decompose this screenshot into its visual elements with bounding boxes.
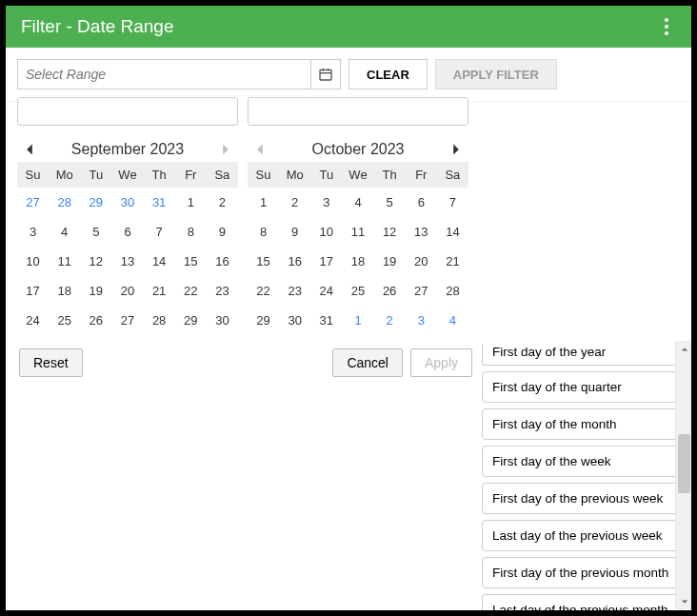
- start-date-input[interactable]: [17, 97, 238, 126]
- day-cell[interactable]: 12: [374, 217, 406, 247]
- clear-button[interactable]: CLEAR: [348, 59, 428, 89]
- day-cell[interactable]: 29: [175, 306, 207, 335]
- day-cell[interactable]: 15: [175, 247, 207, 276]
- day-cell[interactable]: 31: [310, 306, 342, 335]
- day-cell[interactable]: 17: [310, 247, 342, 276]
- cancel-button[interactable]: Cancel: [332, 348, 403, 377]
- scroll-up-icon[interactable]: [676, 341, 691, 357]
- day-cell[interactable]: 23: [207, 276, 238, 306]
- scrollbar[interactable]: [675, 341, 691, 609]
- day-cell[interactable]: 18: [49, 276, 80, 306]
- scroll-thumb[interactable]: [678, 434, 690, 493]
- scroll-down-icon[interactable]: [676, 593, 691, 609]
- preset-item[interactable]: First day of the quarter: [482, 371, 682, 403]
- preset-item[interactable]: Last day of the previous week: [482, 520, 682, 551]
- day-cell[interactable]: 6: [406, 188, 437, 217]
- end-date-input[interactable]: [248, 97, 468, 126]
- day-cell[interactable]: 3: [17, 217, 49, 247]
- weekday-header: Fr: [175, 162, 207, 188]
- day-cell[interactable]: 11: [342, 217, 373, 247]
- day-cell[interactable]: 5: [374, 188, 406, 217]
- preset-item[interactable]: First day of the previous month: [482, 557, 682, 588]
- day-cell[interactable]: 14: [437, 217, 468, 247]
- preset-item[interactable]: First day of the previous week: [482, 483, 682, 514]
- day-cell[interactable]: 16: [207, 247, 238, 276]
- day-cell[interactable]: 29: [80, 188, 111, 217]
- weekday-header: Su: [17, 162, 49, 188]
- calendar-icon-button[interactable]: [310, 59, 341, 89]
- reset-button[interactable]: Reset: [19, 348, 83, 377]
- day-cell[interactable]: 24: [17, 306, 49, 335]
- day-cell[interactable]: 18: [342, 247, 373, 276]
- day-cell[interactable]: 28: [49, 188, 80, 217]
- header: Filter - Date Range: [6, 6, 691, 48]
- day-cell[interactable]: 5: [80, 217, 111, 247]
- day-cell[interactable]: 8: [248, 217, 279, 247]
- day-cell[interactable]: 26: [374, 276, 406, 306]
- apply-filter-button[interactable]: APPLY FILTER: [435, 59, 557, 89]
- day-cell[interactable]: 22: [175, 276, 207, 306]
- date-range-popup: September 2023 SuMoTuWeThFrSa 2728293031…: [17, 97, 474, 377]
- day-cell[interactable]: 13: [406, 217, 437, 247]
- day-cell[interactable]: 10: [17, 247, 49, 276]
- day-cell[interactable]: 27: [17, 188, 49, 217]
- next-month-icon[interactable]: [449, 143, 463, 156]
- preset-item[interactable]: Last day of the previous month: [482, 594, 682, 610]
- day-cell[interactable]: 2: [279, 188, 310, 217]
- day-cell[interactable]: 20: [406, 247, 437, 276]
- day-cell[interactable]: 19: [80, 276, 111, 306]
- prev-month-icon[interactable]: [23, 143, 36, 156]
- day-cell[interactable]: 10: [310, 217, 342, 247]
- day-cell[interactable]: 2: [374, 306, 406, 335]
- day-cell[interactable]: 1: [342, 306, 373, 335]
- day-cell[interactable]: 20: [111, 276, 143, 306]
- day-cell[interactable]: 4: [49, 217, 80, 247]
- day-cell[interactable]: 17: [17, 276, 49, 306]
- day-cell[interactable]: 25: [49, 306, 80, 335]
- select-range-input[interactable]: [17, 59, 310, 89]
- day-cell[interactable]: 3: [310, 188, 342, 217]
- day-cell[interactable]: 28: [437, 276, 468, 306]
- day-cell[interactable]: 7: [437, 188, 468, 217]
- day-cell[interactable]: 3: [406, 306, 437, 335]
- day-cell[interactable]: 2: [207, 188, 238, 217]
- preset-item[interactable]: First day of the month: [482, 408, 682, 440]
- apply-button: Apply: [410, 348, 472, 377]
- day-cell[interactable]: 1: [248, 188, 279, 217]
- day-cell[interactable]: 12: [80, 247, 111, 276]
- day-cell[interactable]: 16: [279, 247, 310, 276]
- day-cell[interactable]: 24: [310, 276, 342, 306]
- day-cell[interactable]: 27: [406, 276, 437, 306]
- day-cell[interactable]: 1: [175, 188, 207, 217]
- day-cell[interactable]: 9: [207, 217, 238, 247]
- day-cell[interactable]: 28: [144, 306, 175, 335]
- day-cell[interactable]: 23: [279, 276, 310, 306]
- menu-icon[interactable]: [657, 10, 676, 43]
- day-cell[interactable]: 25: [342, 276, 373, 306]
- day-cell[interactable]: 27: [111, 306, 143, 335]
- day-cell[interactable]: 19: [374, 247, 406, 276]
- next-month-icon: [219, 143, 232, 156]
- day-cell[interactable]: 21: [437, 247, 468, 276]
- day-cell[interactable]: 26: [80, 306, 111, 335]
- day-cell[interactable]: 31: [144, 188, 175, 217]
- day-cell[interactable]: 13: [111, 247, 143, 276]
- day-cell[interactable]: 30: [279, 306, 310, 335]
- preset-item[interactable]: First day of the week: [482, 446, 682, 477]
- day-cell[interactable]: 9: [279, 217, 310, 247]
- day-cell[interactable]: 4: [437, 306, 468, 335]
- day-cell[interactable]: 15: [248, 247, 279, 276]
- day-cell[interactable]: 11: [49, 247, 80, 276]
- day-cell[interactable]: 30: [111, 188, 143, 217]
- day-cell[interactable]: 7: [144, 217, 175, 247]
- day-cell[interactable]: 21: [144, 276, 175, 306]
- day-cell[interactable]: 8: [175, 217, 207, 247]
- weekday-header: Sa: [437, 162, 468, 188]
- day-cell[interactable]: 29: [248, 306, 279, 335]
- preset-item[interactable]: First day of the year: [482, 345, 682, 366]
- day-cell[interactable]: 4: [342, 188, 373, 217]
- day-cell[interactable]: 14: [144, 247, 175, 276]
- day-cell[interactable]: 30: [207, 306, 238, 335]
- day-cell[interactable]: 6: [111, 217, 143, 247]
- day-cell[interactable]: 22: [248, 276, 279, 306]
